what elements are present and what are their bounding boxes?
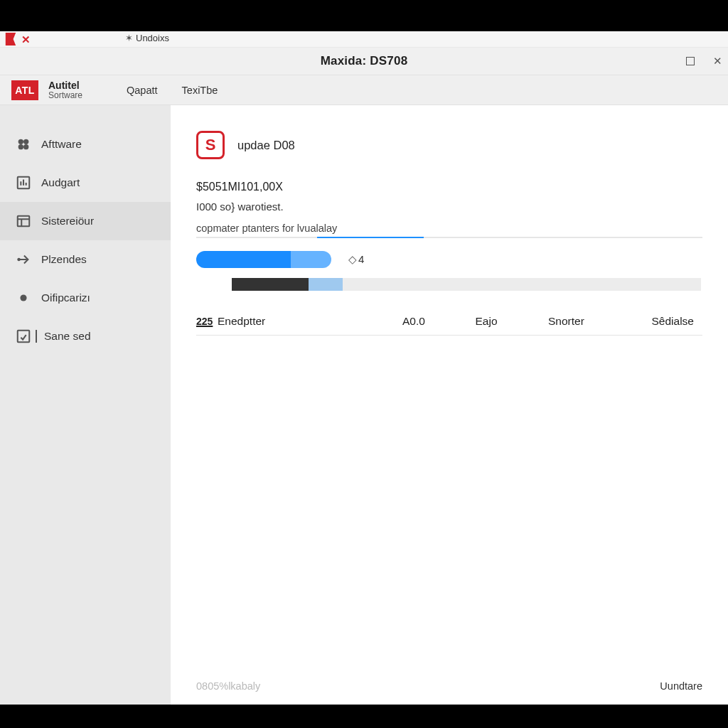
send-icon [16,252,31,267]
dot-icon [16,290,31,306]
svg-point-1 [23,139,28,144]
sidebar-item-update[interactable]: Audgart [0,164,171,202]
install-progress-done [232,278,309,291]
scan-progress-fill [317,237,424,238]
svg-point-2 [18,144,23,149]
sidebar: Afttware Audgart Sistereiöur Plzendes [0,105,171,705]
sidebar-item-software[interactable]: Afttware [0,125,171,164]
row-index-icon: 225 [196,316,218,327]
row-col-3: Snorter [548,315,621,328]
edit-box-icon [16,328,31,344]
browser-tab[interactable]: ✶Undoixs [125,33,169,43]
header-tabs: Qapatt TexiTbe [127,85,218,96]
update-list-row[interactable]: 225 Enedptter A0.0 Eajo Snorter Sêdialse [196,308,702,336]
download-progress-label: ◇4 [348,253,364,266]
sidebar-item-label: Sane sed [44,330,91,343]
title-bar: Maxida: DS708 ✕ [0,48,728,75]
download-progress-row: ◇4 [196,251,702,268]
svg-point-0 [18,139,23,144]
svg-point-7 [20,294,26,301]
sidebar-item-label: Plzendes [41,253,87,266]
brand-line2: Sortware [48,91,82,100]
row-col-2: Eajo [476,315,549,328]
tab-label: Undoixs [136,33,169,43]
main-panel: S updae D08 $5051MI101,00X I000 so} waro… [171,105,728,705]
svg-point-6 [17,258,20,261]
window-title: Maxida: DS708 [321,54,408,68]
status-bar: 0805%lkabaly Uundtare [196,680,702,692]
brand-line1: Autitel [48,80,82,91]
brand-text: Autitel Sortware [48,80,82,100]
flag-icon [4,33,17,46]
maximize-button[interactable] [686,57,695,65]
sidebar-item-label: Audgart [41,176,80,189]
sub-line: I000 so} warotiest. [196,200,702,213]
brand-badge: ATL [11,80,38,100]
close-tab-icon[interactable]: ✕ [21,34,31,45]
app-window: ✕ ✶Undoixs Maxida: DS708 ✕ ATL Autitel S… [0,31,728,705]
window-controls: ✕ [686,48,722,75]
divider-icon [36,330,37,343]
app-body: Afttware Audgart Sistereiöur Plzendes [0,105,728,705]
sidebar-item-config[interactable]: Oifipcarizı [0,279,171,317]
star-icon: ✶ [125,33,133,43]
tab-strip: ✕ ✶Undoixs [0,31,728,48]
svg-rect-8 [18,331,30,343]
sidebar-item-label: Afttware [41,138,82,151]
module-badge-icon: S [196,131,225,159]
module-title: updae D08 [237,139,295,152]
svg-point-3 [23,144,28,149]
close-button[interactable]: ✕ [713,55,722,68]
description-line: copmater ptanters for lvualalay [196,223,702,234]
row-version: A0.0 [402,315,476,328]
module-header: S updae D08 [196,131,702,159]
svg-rect-5 [18,216,30,227]
header-tab-2[interactable]: TexiTbe [182,85,218,96]
download-progress-pill [196,251,331,268]
header-tab-1[interactable]: Qapatt [127,85,158,96]
sidebar-item-pending[interactable]: Plzendes [0,240,171,279]
row-col-4: Sêdialse [621,315,703,328]
install-progress [232,278,701,291]
serial-code: $5051MI101,00X [196,181,702,193]
sidebar-item-label: Sistereiöur [41,215,94,228]
scan-progress [196,237,702,238]
sidebar-item-label: Oifipcarizı [41,291,90,304]
sidebar-item-system[interactable]: Sistereiöur [0,202,171,240]
row-name: Enedptter [218,315,402,328]
app-header: ATL Autitel Sortware Qapatt TexiTbe [0,75,728,105]
clover-icon [16,136,31,152]
chart-icon [16,175,31,191]
sidebar-item-saved[interactable]: Sane sed [0,317,171,355]
panel-icon [16,213,31,229]
update-button[interactable]: Uundtare [660,680,702,692]
install-progress-active [309,278,343,291]
status-text: 0805%lkabaly [196,680,260,692]
